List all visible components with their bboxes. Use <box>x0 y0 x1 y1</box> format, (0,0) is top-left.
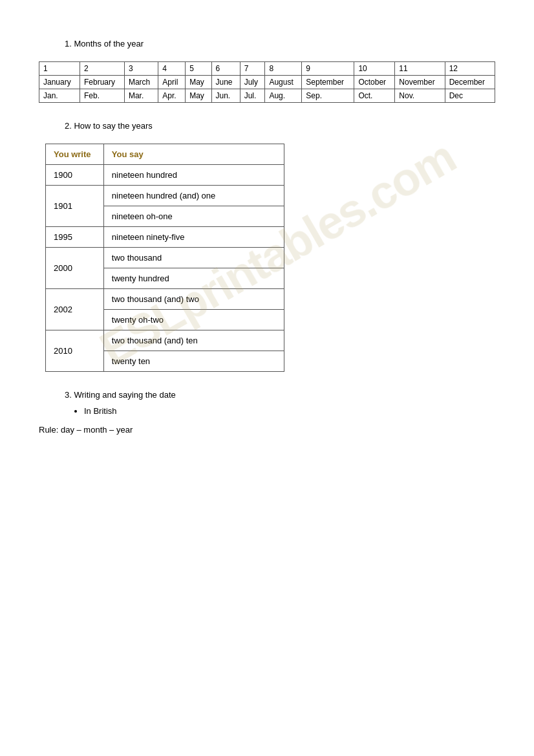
month-full-8: August <box>265 76 302 89</box>
month-number-9: 9 <box>302 62 354 76</box>
month-number-5: 5 <box>186 62 211 76</box>
month-number-11: 11 <box>395 62 445 76</box>
month-number-1: 1 <box>39 62 80 76</box>
months-table: 123456789101112JanuaryFebruaryMarchApril… <box>39 61 495 103</box>
section1-title: 1. Months of the year <box>65 39 144 49</box>
year-say-2002-2: twenty oh-two <box>103 310 284 330</box>
section3-bullet1: In British <box>84 406 176 416</box>
years-table: You writeYou say1900nineteen hundred1901… <box>45 144 284 372</box>
month-abbr-11: Nov. <box>395 89 445 103</box>
month-abbr-1: Jan. <box>39 89 80 103</box>
month-full-11: November <box>395 76 445 89</box>
month-abbr-6: Jun. <box>211 89 240 103</box>
year-value-2010: 2010 <box>46 330 104 372</box>
month-abbr-12: Dec <box>445 89 495 103</box>
month-number-3: 3 <box>124 62 158 76</box>
month-abbr-5: May <box>186 89 211 103</box>
year-say-2002-1: two thousand (and) two <box>103 289 284 310</box>
month-number-2: 2 <box>80 62 124 76</box>
year-row-2010-1: 2010two thousand (and) ten <box>46 330 284 351</box>
year-value-2002: 2002 <box>46 289 104 330</box>
month-full-10: October <box>354 76 395 89</box>
section3-rule: Rule: day – month – year <box>39 425 495 435</box>
month-full-12: December <box>445 76 495 89</box>
month-full-3: March <box>124 76 158 89</box>
year-say-1901-1: nineteen hundred (and) one <box>103 186 284 206</box>
month-abbr-8: Aug. <box>265 89 302 103</box>
month-abbr-10: Oct. <box>354 89 395 103</box>
year-value-2000: 2000 <box>46 248 104 289</box>
month-full-9: September <box>302 76 354 89</box>
month-full-5: May <box>186 76 211 89</box>
month-number-4: 4 <box>158 62 186 76</box>
year-row-2000-1: 2000two thousand <box>46 248 284 268</box>
year-value-1901: 1901 <box>46 186 104 227</box>
month-full-6: June <box>211 76 240 89</box>
section-months: 1. Months of the year 123456789101112Jan… <box>39 39 495 103</box>
month-abbr-2: Feb. <box>80 89 124 103</box>
year-row-1900: 1900nineteen hundred <box>46 165 284 186</box>
month-full-2: February <box>80 76 124 89</box>
month-abbr-9: Sep. <box>302 89 354 103</box>
year-say-1995: nineteen ninety-five <box>103 227 284 248</box>
year-say-2010-1: two thousand (and) ten <box>103 330 284 351</box>
month-full-4: April <box>158 76 186 89</box>
month-full-1: January <box>39 76 80 89</box>
section3-list: In British <box>84 406 176 416</box>
month-number-10: 10 <box>354 62 395 76</box>
section-date: 3. Writing and saying the date In Britis… <box>39 390 495 435</box>
section-years: 2. How to say the years You writeYou say… <box>39 121 495 372</box>
month-number-12: 12 <box>445 62 495 76</box>
year-row-1995: 1995nineteen ninety-five <box>46 227 284 248</box>
section2-title: 2. How to say the years <box>65 121 153 131</box>
years-header-write: You write <box>46 144 104 165</box>
year-row-2002-1: 2002two thousand (and) two <box>46 289 284 310</box>
month-number-8: 8 <box>265 62 302 76</box>
years-header-say: You say <box>103 144 284 165</box>
year-say-1900: nineteen hundred <box>103 165 284 186</box>
year-say-1901-2: nineteen oh-one <box>103 206 284 227</box>
month-number-7: 7 <box>240 62 265 76</box>
year-row-1901-1: 1901nineteen hundred (and) one <box>46 186 284 206</box>
year-say-2000-2: twenty hundred <box>103 268 284 289</box>
year-value-1900: 1900 <box>46 165 104 186</box>
month-full-7: July <box>240 76 265 89</box>
month-abbr-3: Mar. <box>124 89 158 103</box>
month-abbr-4: Apr. <box>158 89 186 103</box>
month-number-6: 6 <box>211 62 240 76</box>
year-say-2010-2: twenty ten <box>103 351 284 372</box>
month-abbr-7: Jul. <box>240 89 265 103</box>
year-value-1995: 1995 <box>46 227 104 248</box>
year-say-2000-1: two thousand <box>103 248 284 268</box>
section3-title: 3. Writing and saying the date <box>65 390 176 400</box>
